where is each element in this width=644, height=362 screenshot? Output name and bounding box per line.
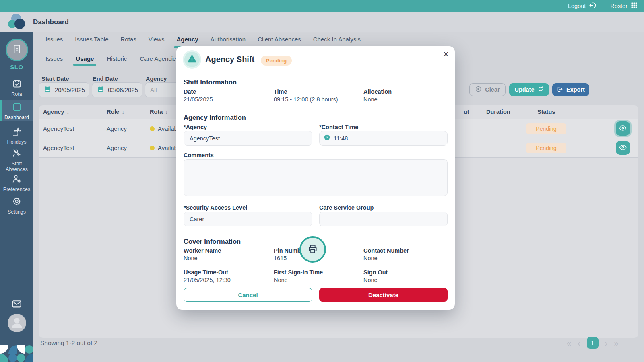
sidebar-item-label: Staff Absences xyxy=(2,161,31,173)
update-button[interactable]: Update xyxy=(509,83,549,96)
column-header-rota[interactable]: Rota↓ xyxy=(150,109,168,115)
clock-icon xyxy=(324,134,330,142)
eye-icon xyxy=(619,124,627,134)
org-avatar xyxy=(6,39,28,61)
end-date-value: 03/06/2025 xyxy=(108,86,138,93)
calendar-check-icon xyxy=(12,79,22,90)
contact-number-value: None xyxy=(363,255,378,261)
agency-filter-label: Agency xyxy=(146,76,167,82)
app-root: Logout Roster Dashboard SLO xyxy=(0,0,644,362)
sidebar-item-label: Preferences xyxy=(3,187,30,193)
first-sign-in-label: First Sign-In Time xyxy=(274,269,323,276)
column-header-status[interactable]: Status xyxy=(537,109,555,115)
prev-page-button[interactable]: ‹ xyxy=(578,339,580,347)
tab-client-absences[interactable]: Client Absences xyxy=(258,36,301,43)
clear-button[interactable]: Clear xyxy=(469,83,506,96)
status-badge: Pending xyxy=(526,123,566,134)
contact-time-input[interactable] xyxy=(319,131,448,146)
status-dot-icon xyxy=(150,146,155,150)
sort-desc-icon: ↓ xyxy=(66,109,69,115)
section-divider xyxy=(184,107,448,107)
close-icon[interactable]: × xyxy=(440,49,452,60)
subtab-care-agencies[interactable]: Care Agencies xyxy=(140,55,179,62)
column-header-duration[interactable]: Duration xyxy=(486,109,510,115)
page-number-button[interactable]: 1 xyxy=(587,337,599,349)
care-service-group-label: Care Service Group xyxy=(319,204,374,211)
tab-authorisation[interactable]: Authorisation xyxy=(211,36,246,43)
results-count: Showing 1-2 out of 2 xyxy=(40,339,97,347)
first-page-button[interactable]: « xyxy=(567,339,571,347)
sidebar-item-holidays[interactable]: Holidays xyxy=(0,125,33,145)
column-header-agency[interactable]: Agency↓ xyxy=(43,109,69,115)
security-level-label: *Security Access Level xyxy=(184,204,247,211)
logout-icon xyxy=(589,2,597,10)
contact-time-value[interactable] xyxy=(334,135,443,142)
export-button[interactable]: Export xyxy=(552,83,589,96)
alert-triangle-icon xyxy=(187,54,197,65)
sidebar-item-preferences[interactable]: Preferences xyxy=(0,172,33,193)
cancel-button[interactable]: Cancel xyxy=(184,288,312,302)
print-button[interactable] xyxy=(299,236,326,263)
tab-views[interactable]: Views xyxy=(149,36,165,43)
alert-icon-halo xyxy=(183,50,201,69)
modal-status-badge: Pending xyxy=(261,56,292,66)
comments-textarea[interactable] xyxy=(184,159,448,196)
roster-label: Roster xyxy=(610,3,627,9)
shift-info-heading: Shift Information xyxy=(184,78,237,86)
person-icon xyxy=(9,314,25,332)
subtab-issues[interactable]: Issues xyxy=(45,55,63,62)
deactivate-button[interactable]: Deactivate xyxy=(319,288,448,302)
sidebar-item-settings[interactable]: Settings xyxy=(0,195,33,215)
cell-agency: AgencyTest xyxy=(43,144,74,151)
column-header-cut-fragment: ut xyxy=(464,109,469,115)
agency-info-heading: Agency Information xyxy=(184,114,246,121)
view-shift-button[interactable] xyxy=(616,141,630,155)
sub-tabs: Issues Usage Historic Care Agencies xyxy=(45,55,179,62)
end-date-input[interactable]: 03/06/2025 xyxy=(92,82,142,97)
time-value: 09:15 - 12:00 (2.8 hours) xyxy=(274,96,338,103)
tab-check-in-analysis[interactable]: Check In Analysis xyxy=(313,36,361,43)
agency-filter-value: All xyxy=(150,86,157,93)
usage-timeout-value: 21/05/2025, 12:30 xyxy=(184,277,231,283)
worker-name-value: None xyxy=(184,255,198,261)
sidebar-item-label: Holidays xyxy=(7,140,27,145)
agency-field-input[interactable] xyxy=(184,131,312,146)
tab-rotas[interactable]: Rotas xyxy=(120,36,136,43)
tab-issues[interactable]: Issues xyxy=(45,36,63,43)
roster-button[interactable]: Roster xyxy=(610,2,638,10)
time-label: Time xyxy=(274,88,287,95)
usage-timeout-label: Usage Time-Out xyxy=(184,269,228,276)
subtab-historic[interactable]: Historic xyxy=(107,55,127,62)
tab-agency[interactable]: Agency xyxy=(176,36,198,43)
last-page-button[interactable]: » xyxy=(614,339,618,347)
sidebar-item-label: Rota xyxy=(11,92,22,97)
first-sign-in-value: None xyxy=(274,277,288,283)
user-avatar[interactable] xyxy=(8,314,26,332)
view-shift-button[interactable] xyxy=(616,121,630,136)
calendar-icon xyxy=(44,86,51,94)
sidebar-item-staff-absences[interactable]: Staff Absences xyxy=(0,146,33,172)
contact-time-label: *Contact Time xyxy=(319,124,358,130)
pagination: « ‹ 1 › » xyxy=(567,337,619,349)
care-service-group-input[interactable] xyxy=(319,212,448,226)
cell-role: Agency xyxy=(107,144,127,151)
calendar-icon xyxy=(97,86,104,94)
logout-button[interactable]: Logout xyxy=(568,2,597,10)
mail-button[interactable] xyxy=(0,298,33,311)
start-date-input[interactable]: 20/05/2025 xyxy=(39,82,89,97)
tab-issues-table[interactable]: Issues Table xyxy=(75,36,108,43)
next-page-button[interactable]: › xyxy=(605,339,608,347)
subtab-usage[interactable]: Usage xyxy=(76,55,94,62)
status-badge: Pending xyxy=(526,143,566,153)
end-date-label: End Date xyxy=(93,76,118,82)
column-header-role[interactable]: Role↓ xyxy=(107,109,124,115)
sidebar-item-rota[interactable]: Rota xyxy=(0,77,33,97)
sign-out-value: None xyxy=(363,277,378,283)
sidebar-item-dashboard[interactable]: Dashboard xyxy=(0,100,33,121)
logout-label: Logout xyxy=(568,3,586,9)
comments-label: Comments xyxy=(184,152,214,158)
agency-shift-modal: Agency Shift Pending × Shift Information… xyxy=(176,46,455,310)
security-level-input[interactable] xyxy=(184,212,312,226)
org-profile[interactable]: SLO xyxy=(0,39,33,70)
building-icon xyxy=(12,44,22,56)
